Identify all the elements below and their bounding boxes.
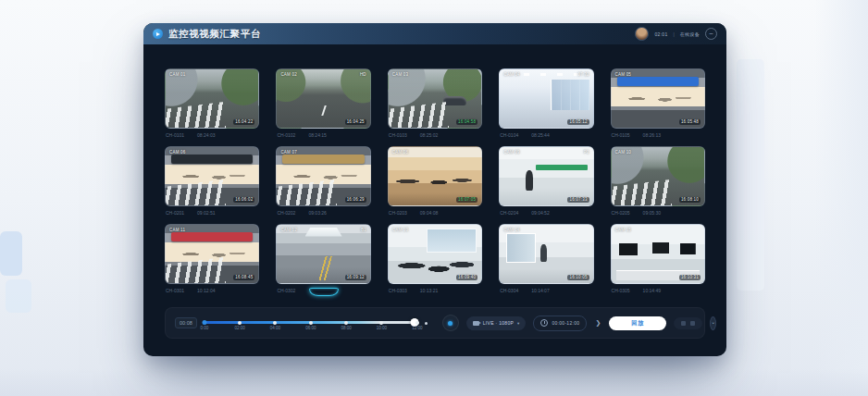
- camera-thumbnail[interactable]: CAM 11 16:08:45: [165, 224, 259, 284]
- header-bar: 监控视视频汇聚平台 02:01 | 在线设备 –: [143, 23, 726, 44]
- camera-thumbnail[interactable]: CAM 01 16:04:22: [165, 68, 259, 129]
- timeline-tick[interactable]: [379, 321, 383, 325]
- camera-id-overlay: CAM 10: [615, 150, 631, 155]
- camera-thumbnail[interactable]: CAM 06 16:06:02: [165, 146, 259, 206]
- camera-tile[interactable]: CAM 11 16:08:45 CH-0301 10:12:04: [165, 224, 259, 293]
- channel-label: CH-0203: [389, 210, 407, 216]
- camera-tile[interactable]: CAM 09 P2 16:07:33 CH-0204 09:04:52: [499, 146, 593, 216]
- camera-thumbnail[interactable]: CAM 05 16:05:48: [611, 68, 705, 129]
- camera-tile[interactable]: CAM 03 16:04:58 CH-0103 08:25:02: [388, 68, 482, 138]
- channel-label: CH-0302: [277, 288, 295, 293]
- camera-id-overlay: CAM 08: [392, 150, 408, 155]
- scene-detail: [428, 229, 476, 252]
- crosswalk-stripes: [165, 257, 226, 284]
- camera-thumbnail[interactable]: CAM 15 16:10:31: [611, 224, 705, 284]
- camera-thumbnail[interactable]: CAM 02 HD 16:04:25: [276, 68, 370, 129]
- camera-thumbnail[interactable]: CAM 09 P2 16:07:33: [499, 146, 593, 206]
- scene-detail: [526, 170, 533, 190]
- caption-time-label: 09:03:26: [308, 210, 326, 216]
- timeline-tick-label: 0:00: [200, 326, 208, 330]
- camera-tile[interactable]: CAM 01 16:04:22 CH-0101 08:24:03: [165, 68, 259, 138]
- camera-caption: CH-0304 10:14:07: [499, 288, 593, 293]
- camera-tile[interactable]: CAM 08 16:07:05 CH-0203 09:04:08: [388, 146, 482, 216]
- crosswalk-stripes: [165, 102, 226, 129]
- page-title: 监控视视频汇聚平台: [168, 28, 261, 41]
- user-avatar[interactable]: [635, 27, 649, 41]
- scene-detail: [551, 80, 589, 110]
- camera-thumbnail[interactable]: CAM 13 16:09:40: [388, 224, 482, 284]
- camera-thumbnail[interactable]: CAM 10 16:08:10: [611, 146, 705, 206]
- channel-label: CH-0205: [612, 210, 630, 216]
- timeline-tick[interactable]: [202, 320, 206, 325]
- scene-detail: [623, 89, 693, 105]
- timeline-tick-label: 08:00: [341, 326, 351, 330]
- timeline-tick[interactable]: [273, 321, 277, 325]
- camera-thumbnail[interactable]: CAM 07 16:06:29: [276, 146, 370, 206]
- camera-thumbnail[interactable]: CAM 03 16:04:58: [388, 68, 482, 129]
- scene-detail: [536, 165, 587, 170]
- more-button[interactable]: ⌄: [710, 316, 716, 330]
- channel-label: CH-0301: [166, 288, 184, 293]
- camera-timestamp-overlay: 16:07:33: [567, 197, 589, 203]
- scene-detail: [171, 155, 253, 165]
- caption-time-label: 09:02:51: [197, 210, 215, 216]
- clock-icon: [540, 319, 548, 327]
- camera-timestamp-overlay: 16:05:48: [679, 119, 701, 125]
- camera-tile[interactable]: CAM 07 16:06:29 CH-0202 09:03:26: [276, 146, 370, 216]
- header-time: 02:01: [654, 31, 667, 37]
- crosswalk-stripes: [165, 179, 226, 206]
- timeline-tick-label: 12:00: [412, 326, 422, 330]
- camera-tile[interactable]: CAM 06 16:06:02 CH-0201 09:02:51: [165, 146, 259, 216]
- camera-id-overlay: CAM 02: [280, 72, 296, 77]
- camera-id-overlay: CAM 12: [280, 228, 296, 232]
- camera-timestamp-overlay: 16:04:22: [233, 119, 254, 125]
- scene-detail: [619, 241, 697, 263]
- camera-tile[interactable]: CAM 13 16:09:40 CH-0303 10:13:21: [388, 224, 482, 293]
- playback-button[interactable]: 回放: [609, 316, 666, 330]
- timeline-tick[interactable]: [309, 321, 313, 325]
- record-dot-icon: [448, 321, 453, 326]
- camera-tile[interactable]: CAM 15 16:10:31 CH-0305 10:14:49: [611, 224, 705, 293]
- next-icon[interactable]: ❯: [594, 319, 601, 327]
- camera-tile[interactable]: CAM 14 16:10:05 CH-0304 10:14:07: [499, 224, 593, 293]
- channel-label: CH-0105: [612, 132, 630, 138]
- camera-timestamp-overlay: 16:07:05: [456, 197, 477, 203]
- camera-caption: CH-0104 08:25:44: [499, 132, 593, 138]
- camera-tile[interactable]: CAM 05 16:05:48 CH-0105 08:26:13: [611, 68, 705, 138]
- crosswalk-stripes: [388, 102, 449, 129]
- channel-label: CH-0104: [500, 132, 518, 138]
- channel-label: CH-0101: [166, 132, 184, 138]
- camera-grid: CAM 01 16:04:22 CH-0101 08:24:03 CAM 02 …: [165, 68, 705, 293]
- record-button[interactable]: [442, 315, 459, 331]
- caption-time-label: 08:26:13: [643, 132, 661, 138]
- stream-select-dropdown[interactable]: LIVE · 1080P ▾: [466, 316, 527, 330]
- grid-view-icon[interactable]: [681, 321, 686, 326]
- timeline-tick[interactable]: [238, 321, 242, 325]
- timeline-tick[interactable]: [415, 321, 419, 325]
- channel-label: CH-0204: [500, 210, 518, 216]
- timeline-tick-label: 04:00: [270, 326, 280, 330]
- camera-thumbnail[interactable]: CAM 04 07:32 16:05:12: [499, 68, 593, 129]
- channel-label: CH-0304: [500, 288, 518, 293]
- camera-tile[interactable]: CAM 04 07:32 16:05:12 CH-0104 08:25:44: [499, 68, 593, 138]
- camera-id-overlay: CAM 05: [615, 72, 631, 77]
- camera-thumbnail[interactable]: CAM 12 B1 16:09:12: [276, 224, 370, 284]
- camera-tile[interactable]: CAM 02 HD 16:04:25 CH-0102 08:24:15: [276, 68, 370, 138]
- camera-thumbnail[interactable]: CAM 08 16:07:05: [388, 146, 482, 206]
- time-range-label: 00:00-12:00: [552, 320, 579, 326]
- timeline-slider[interactable]: 0:0002:0004:0006:0008:0010:0012:00: [205, 315, 417, 331]
- timeline-tick[interactable]: [344, 321, 348, 325]
- caption-time-label: 09:05:30: [643, 210, 661, 216]
- caption-time-label: 09:04:52: [531, 210, 549, 216]
- list-view-icon[interactable]: [690, 321, 695, 326]
- camera-id-overlay: CAM 04: [503, 72, 519, 77]
- camera-id-overlay: CAM 09: [503, 150, 519, 155]
- time-range-button[interactable]: 00:00-12:00: [533, 316, 587, 331]
- caption-time-label: 10:12:04: [197, 288, 215, 293]
- camera-thumbnail[interactable]: CAM 14 16:10:05: [499, 224, 593, 284]
- camera-info-overlay: HD: [360, 72, 366, 77]
- camera-tile[interactable]: CAM 12 B1 16:09:12 CH-0302: [276, 224, 370, 293]
- collapse-button[interactable]: –: [705, 28, 717, 40]
- view-toggle-group[interactable]: [674, 317, 702, 329]
- camera-tile[interactable]: CAM 10 16:08:10 CH-0205 09:05:30: [611, 146, 705, 216]
